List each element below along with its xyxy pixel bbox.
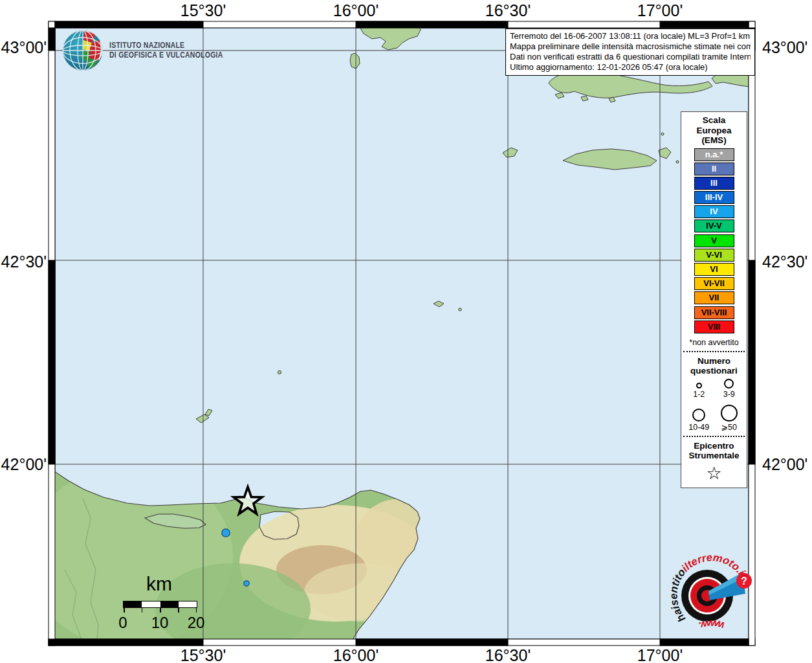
- macroseismic-map-figure: 15°30' 16°00' 16°30' 17°00' 15°30' 16°00…: [0, 0, 812, 663]
- lat-label-left: 43°00': [0, 38, 47, 57]
- epicenter-star-icon: ☆: [681, 464, 747, 482]
- size-label: ⩾50: [721, 423, 737, 432]
- legend-swatch: V: [694, 234, 734, 247]
- event-info-line: Dati non verificati estratti da 6 questi…: [510, 52, 751, 62]
- legend-sub-line: Numero: [681, 356, 747, 366]
- lat-label-right: 42°00': [762, 455, 812, 474]
- epicenter-legend-title: Epicentro Strumentale: [681, 441, 747, 461]
- legend-swatch: VIII: [694, 320, 734, 333]
- legend-swatch: V-VI: [694, 249, 734, 262]
- questionnaire-size-grid: 1-2 3-9 10-49 ⩾50: [681, 376, 747, 432]
- event-info-line: Terremoto del 16-06-2007 13:08:11 (ora l…: [510, 31, 751, 41]
- scalebar-tick-label: 10: [147, 614, 173, 632]
- lon-label-bottom: 16°00': [314, 646, 398, 663]
- scalebar-tick-label: 0: [110, 614, 136, 632]
- size-circle-icon: [696, 383, 702, 388]
- intensity-dot-small: [244, 581, 249, 586]
- lat-label-right: 43°00': [762, 38, 812, 57]
- event-info-line: Mappa preliminare delle intensità macros…: [510, 41, 751, 52]
- ingv-globe-icon: [62, 30, 104, 71]
- ingv-line2: DI GEOFISICA E VULCANOLOGIA: [109, 51, 223, 60]
- legend-box: Scala Europea (EMS) n.a.* II III III-IV …: [681, 111, 747, 488]
- event-info-box: Terremoto del 16-06-2007 13:08:11 (ora l…: [505, 28, 755, 76]
- legend-swatch: VII-VIII: [694, 306, 734, 319]
- lon-label-top: 16°30': [466, 1, 550, 20]
- legend-title-line: Scala: [681, 115, 747, 126]
- lat-label-left: 42°30': [0, 253, 47, 271]
- islet: [661, 133, 664, 135]
- legend-divider: [683, 351, 745, 352]
- lon-label-bottom: 17°00': [618, 646, 702, 663]
- islet: [459, 308, 461, 311]
- legend-title-line: Europea: [681, 126, 747, 136]
- lon-label-top: 15°30': [161, 1, 245, 20]
- legend-footnote: *non avvertito: [681, 338, 747, 347]
- legend-swatch: III-IV: [694, 191, 734, 204]
- size-circle-icon: [721, 405, 738, 421]
- legend-sub-line: Epicentro: [681, 441, 747, 451]
- legend-swatch: VII: [694, 291, 734, 304]
- legend-swatch: II: [694, 163, 734, 175]
- legend-divider: [683, 436, 745, 437]
- size-circle-icon: [724, 379, 734, 388]
- lon-label-top: 16°00': [314, 1, 398, 20]
- scalebar: [123, 601, 197, 608]
- intensity-dot-large: [222, 529, 230, 537]
- islet: [676, 161, 679, 163]
- size-label: 10-49: [688, 423, 709, 432]
- lon-label-bottom: 15°30': [161, 646, 245, 663]
- legend-sub-line: questionari: [681, 366, 747, 376]
- legend-swatches: n.a.* II III III-IV IV IV-V V V-VI VI VI…: [681, 148, 747, 333]
- arc-text-www: www.: [697, 618, 726, 633]
- legend-title: Scala Europea (EMS): [681, 115, 747, 146]
- legend-swatch: VI-VII: [694, 277, 734, 290]
- ingv-logo: ISTITUTO NAZIONALE DI GEOFISICA E VULCAN…: [62, 30, 245, 71]
- legend-swatch: IV-V: [694, 219, 734, 232]
- scalebar-unit: km: [120, 573, 199, 595]
- questionnaire-legend-title: Numero questionari: [681, 356, 747, 376]
- haisentito-logo: ? haisentitoilterremoto.it www.: [668, 552, 756, 640]
- lon-label-bottom: 16°30': [466, 646, 550, 663]
- islet: [278, 370, 281, 374]
- scalebar-tick-label: 20: [183, 614, 209, 632]
- www-text: www.: [697, 618, 726, 633]
- ingv-wordmark: ISTITUTO NAZIONALE DI GEOFISICA E VULCAN…: [109, 41, 223, 60]
- legend-swatch: VI: [694, 263, 734, 276]
- legend-swatch: n.a.*: [694, 148, 734, 161]
- legend-title-line: (EMS): [681, 135, 747, 146]
- legend-sub-line: Strumentale: [681, 451, 747, 461]
- lat-label-right: 42°30': [762, 253, 812, 271]
- size-label: 1-2: [693, 390, 705, 399]
- ingv-line1: ISTITUTO NAZIONALE: [109, 41, 223, 51]
- lon-label-top: 17°00': [618, 1, 702, 20]
- size-label: 3-9: [723, 390, 735, 399]
- legend-swatch: IV: [694, 205, 734, 218]
- event-info-line: Ultimo aggiornamento: 12-01-2026 05:47 (…: [510, 62, 751, 73]
- size-circle-icon: [692, 409, 705, 421]
- legend-swatch: III: [694, 177, 734, 190]
- lat-label-left: 42°00': [0, 455, 47, 474]
